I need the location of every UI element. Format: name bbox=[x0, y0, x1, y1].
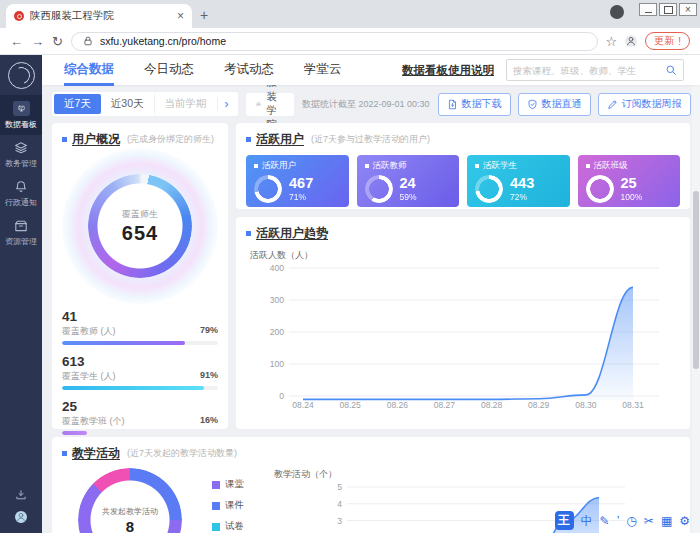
card-percent: 100% bbox=[621, 192, 643, 202]
search-box bbox=[506, 59, 684, 81]
stat-value: 613 bbox=[62, 354, 218, 369]
button-数据下载[interactable]: 数据下载 bbox=[438, 93, 511, 116]
browser-profile-icon[interactable] bbox=[610, 5, 624, 19]
tab-综合数据[interactable]: 综合数据 bbox=[64, 54, 114, 86]
sidebar-item-label: 数据看板 bbox=[5, 119, 37, 130]
nav-tabs: 综合数据今日动态考试动态学堂云 bbox=[64, 54, 342, 86]
sidebar-item-box[interactable]: 资源管理 bbox=[0, 213, 42, 252]
monitor-icon bbox=[13, 101, 30, 116]
button-数据直通[interactable]: 数据直通 bbox=[518, 93, 591, 116]
range-chevron-icon[interactable]: › bbox=[217, 97, 236, 111]
sidebar-item-layers[interactable]: 教务管理 bbox=[0, 135, 42, 174]
browser-user-avatar[interactable] bbox=[625, 35, 637, 47]
reload-icon[interactable]: ↻ bbox=[52, 35, 63, 48]
teaching-donut: 共发起教学活动 8 bbox=[78, 468, 182, 533]
scrollbar-thumb[interactable] bbox=[693, 191, 699, 369]
active-card-活跃教师[interactable]: 活跃教师2459% bbox=[357, 155, 460, 207]
coverage-stat: 613覆盖学生 (人)91% bbox=[62, 354, 218, 390]
search-icon[interactable] bbox=[665, 64, 677, 76]
ime-icon-6[interactable]: ⚙ bbox=[679, 515, 690, 527]
range-近30天[interactable]: 近30天 bbox=[101, 94, 154, 114]
svg-text:5: 5 bbox=[337, 482, 342, 492]
window-controls bbox=[639, 3, 697, 16]
coverage-donut-label: 覆盖师生 bbox=[122, 208, 158, 221]
tab-学堂云[interactable]: 学堂云 bbox=[304, 54, 342, 86]
svg-text:4: 4 bbox=[337, 499, 342, 509]
back-icon[interactable]: ← bbox=[10, 35, 23, 48]
legend-课件: 课件 bbox=[212, 499, 244, 512]
ime-icon-3[interactable]: ◷ bbox=[626, 515, 636, 527]
ime-launcher-icon[interactable]: 王 bbox=[555, 511, 574, 530]
stats-timestamp: 数据统计截至 2022-09-01 00:30 bbox=[302, 98, 430, 111]
teaching-chart-title: 教学活动（个） bbox=[274, 468, 680, 481]
teaching-legend: 课堂课件试卷公告 bbox=[212, 478, 244, 533]
tab-考试动态[interactable]: 考试动态 bbox=[224, 54, 274, 86]
coverage-donut-value: 654 bbox=[122, 222, 158, 245]
active-users-title: 活跃用户 bbox=[256, 131, 304, 148]
card-bullet-icon bbox=[254, 164, 258, 168]
sidebar-item-monitor[interactable]: 数据看板 bbox=[0, 95, 42, 135]
page-scrollbar[interactable] bbox=[692, 83, 700, 533]
range-当前学期[interactable]: 当前学期 bbox=[154, 94, 217, 114]
card-percent: 71% bbox=[289, 192, 313, 202]
active-card-活跃班级[interactable]: 活跃班级25100% bbox=[578, 155, 681, 207]
range-近7天[interactable]: 近7天 bbox=[54, 94, 101, 114]
stat-percent: 16% bbox=[200, 415, 218, 428]
filter-bar: 近7天近30天当前学期› 服装学院 数据统计截至 2022-09-01 00:3… bbox=[52, 92, 690, 116]
card-label: 活跃班级 bbox=[594, 160, 628, 172]
active-users-panel: 活跃用户 (近7天参与过教学活动的用户) 活跃用户46771%活跃教师2459%… bbox=[236, 123, 690, 209]
active-users-trend-chart: 010020030040008.2408.2508.2608.2708.2808… bbox=[246, 262, 680, 416]
card-bullet-icon bbox=[475, 164, 479, 168]
bell-icon bbox=[14, 180, 28, 194]
ime-icon-1[interactable]: ✎ bbox=[600, 515, 610, 527]
trend-ylabel: 活跃人数（人） bbox=[250, 249, 680, 262]
panel-bullet-icon bbox=[62, 451, 67, 456]
ime-icon-0[interactable]: 中 bbox=[581, 515, 593, 527]
college-select[interactable]: 服装学院 bbox=[246, 93, 295, 116]
sidebar-item-bell[interactable]: 行政通知 bbox=[0, 174, 42, 213]
legend-label: 试卷 bbox=[225, 520, 244, 533]
forward-icon[interactable]: → bbox=[31, 35, 44, 48]
browser-tab[interactable]: 陕西服装工程学院 × bbox=[6, 4, 192, 28]
tab-close-icon[interactable]: × bbox=[177, 9, 184, 23]
button-订阅数据周报[interactable]: 订阅数据周报 bbox=[598, 93, 691, 116]
main-area: 综合数据今日动态考试动态学堂云 数据看板使用说明 近7天近30天当前学期› 服装… bbox=[42, 55, 700, 533]
dashboard-guide-link[interactable]: 数据看板使用说明 bbox=[402, 63, 494, 78]
legend-swatch-icon bbox=[212, 481, 220, 489]
new-tab-button[interactable]: + bbox=[200, 7, 208, 23]
card-value: 25 bbox=[621, 176, 643, 192]
window-close-button[interactable] bbox=[679, 3, 697, 16]
address-bar[interactable]: sxfu.yuketang.cn/pro/home bbox=[71, 32, 598, 51]
ime-icon-4[interactable]: ✂ bbox=[644, 515, 654, 527]
browser-update-button[interactable]: 更新 ! bbox=[645, 32, 690, 50]
sidebar-download-button[interactable] bbox=[15, 489, 27, 501]
stat-label: 覆盖学生 (人) bbox=[62, 370, 116, 383]
search-input[interactable] bbox=[513, 65, 661, 76]
ime-toolbar: 王 中✎’◷✂▦⚙ bbox=[555, 511, 690, 530]
maximize-button[interactable] bbox=[659, 3, 677, 16]
dashboard-content: 近7天近30天当前学期› 服装学院 数据统计截至 2022-09-01 00:3… bbox=[42, 85, 700, 533]
tab-title: 陕西服装工程学院 bbox=[30, 9, 171, 23]
panel-bullet-icon bbox=[246, 137, 251, 142]
coverage-stat: 25覆盖教学班 (个)16% bbox=[62, 399, 218, 435]
card-label: 活跃学生 bbox=[483, 160, 517, 172]
user-avatar[interactable] bbox=[15, 511, 27, 523]
ime-icon-2[interactable]: ’ bbox=[617, 515, 620, 527]
bookmark-star-icon[interactable]: ☆ bbox=[606, 34, 618, 49]
legend-试卷: 试卷 bbox=[212, 520, 244, 533]
card-label: 活跃教师 bbox=[373, 160, 407, 172]
card-bullet-icon bbox=[365, 164, 369, 168]
stat-label: 覆盖教学班 (个) bbox=[62, 415, 125, 428]
legend-label: 课件 bbox=[225, 499, 244, 512]
stat-progress-bar bbox=[62, 341, 218, 345]
sidebar-item-label: 教务管理 bbox=[5, 158, 37, 169]
ime-icon-5[interactable]: ▦ bbox=[661, 515, 672, 527]
button-label: 数据直通 bbox=[542, 97, 582, 111]
tab-今日动态[interactable]: 今日动态 bbox=[144, 54, 194, 86]
active-card-活跃用户[interactable]: 活跃用户46771% bbox=[246, 155, 349, 207]
minimize-button[interactable] bbox=[639, 3, 657, 16]
svg-text:08.30: 08.30 bbox=[575, 400, 597, 410]
active-card-活跃学生[interactable]: 活跃学生44372% bbox=[467, 155, 570, 207]
button-label: 订阅数据周报 bbox=[622, 97, 682, 111]
svg-text:400: 400 bbox=[270, 263, 284, 273]
